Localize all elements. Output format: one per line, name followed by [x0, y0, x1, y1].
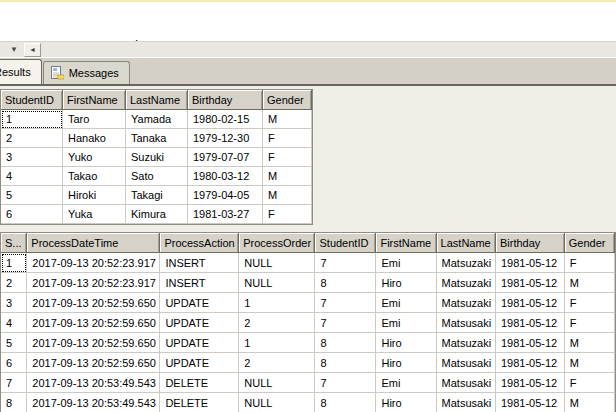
grid-cell[interactable]: INSERT: [160, 253, 239, 273]
grid-cell[interactable]: 2017-09-13 20:53:49.543: [27, 373, 160, 393]
grid-cell[interactable]: Sato: [126, 167, 188, 186]
grid-cell[interactable]: DELETE: [160, 373, 239, 393]
grid-cell[interactable]: 1981-03-27: [188, 205, 263, 224]
grid-cell[interactable]: 2017-09-13 20:52:59.650: [27, 353, 160, 373]
grid-cell[interactable]: 1981-05-12: [496, 253, 565, 273]
grid-cell[interactable]: 4: [1, 167, 63, 186]
grid-cell[interactable]: 8: [1, 393, 27, 412]
grid-cell[interactable]: 1981-05-12: [496, 353, 565, 373]
grid-cell[interactable]: Taro: [63, 110, 126, 129]
grid-cell[interactable]: NULL: [239, 253, 315, 273]
grid-cell[interactable]: Hiroki: [63, 186, 126, 205]
grid-cell[interactable]: M: [263, 186, 312, 205]
grid-cell[interactable]: 7: [315, 253, 376, 273]
column-header[interactable]: ProcessAction: [160, 233, 239, 253]
grid-cell[interactable]: 1979-12-30: [188, 129, 263, 148]
grid-cell[interactable]: Matsusaki: [437, 313, 496, 333]
grid-cell[interactable]: Hiro: [376, 333, 436, 353]
grid-cell[interactable]: 1979-07-07: [188, 148, 263, 167]
editor-hscrollbar[interactable]: ▼ ◄: [0, 41, 616, 57]
grid-cell[interactable]: 1: [1, 253, 27, 273]
column-header[interactable]: FirstName: [63, 90, 126, 110]
column-header[interactable]: Gender: [263, 90, 312, 110]
grid-cell[interactable]: Matsusaki: [437, 393, 496, 412]
grid-cell[interactable]: Yamada: [126, 110, 188, 129]
grid-cell[interactable]: 2: [239, 313, 315, 333]
grid-cell[interactable]: 2: [1, 129, 63, 148]
grid-cell[interactable]: 3: [1, 293, 27, 313]
grid-cell[interactable]: UPDATE: [160, 353, 239, 373]
grid-cell[interactable]: M: [565, 273, 615, 293]
grid-cell[interactable]: F: [263, 205, 312, 224]
grid-cell[interactable]: 1: [239, 293, 315, 313]
column-header[interactable]: FirstName: [376, 233, 436, 253]
grid-cell[interactable]: Emi: [376, 313, 436, 333]
grid-cell[interactable]: 2017-09-13 20:52:59.650: [27, 293, 160, 313]
grid-cell[interactable]: Matsuzaki: [437, 253, 496, 273]
grid-cell[interactable]: F: [565, 313, 615, 333]
grid-cell[interactable]: Matsuzaki: [437, 333, 496, 353]
grid-cell[interactable]: 1980-03-12: [188, 167, 263, 186]
column-header[interactable]: LastName: [437, 233, 496, 253]
grid-cell[interactable]: 8: [315, 353, 376, 373]
grid-cell[interactable]: 1981-05-12: [496, 393, 565, 412]
grid-cell[interactable]: Matsuzaki: [437, 293, 496, 313]
grid-cell[interactable]: Hiro: [376, 353, 436, 373]
grid-cell[interactable]: 1980-02-15: [188, 110, 263, 129]
grid-cell[interactable]: 2017-09-13 20:52:23.917: [27, 273, 160, 293]
grid-cell[interactable]: M: [565, 353, 615, 373]
grid-cell[interactable]: Yuka: [63, 205, 126, 224]
grid-cell[interactable]: NULL: [239, 373, 315, 393]
grid-cell[interactable]: 1979-04-05: [188, 186, 263, 205]
column-header[interactable]: StudentID: [1, 90, 63, 110]
grid-cell[interactable]: 5: [1, 186, 63, 205]
grid-cell[interactable]: NULL: [239, 393, 315, 412]
grid-cell[interactable]: 6: [1, 205, 63, 224]
grid-cell[interactable]: M: [565, 393, 615, 412]
column-header[interactable]: ProcessDateTime: [27, 233, 160, 253]
grid-cell[interactable]: 3: [1, 148, 63, 167]
grid-cell[interactable]: DELETE: [160, 393, 239, 412]
grid-cell[interactable]: 1981-05-12: [496, 293, 565, 313]
grid-cell[interactable]: UPDATE: [160, 313, 239, 333]
grid-cell[interactable]: 7: [315, 313, 376, 333]
grid-cell[interactable]: 7: [315, 293, 376, 313]
grid-cell[interactable]: 2: [239, 353, 315, 373]
grid-cell[interactable]: Suzuki: [126, 148, 188, 167]
grid-cell[interactable]: UPDATE: [160, 333, 239, 353]
grid-cell[interactable]: 7: [315, 373, 376, 393]
column-header[interactable]: S...: [1, 233, 27, 253]
grid-cell[interactable]: 8: [315, 393, 376, 412]
grid-cell[interactable]: F: [263, 148, 312, 167]
grid-cell[interactable]: Yuko: [63, 148, 126, 167]
grid-cell[interactable]: 2: [1, 273, 27, 293]
grid-cell[interactable]: INSERT: [160, 273, 239, 293]
column-header[interactable]: ProcessOrder: [239, 233, 315, 253]
tab-messages[interactable]: Messages: [43, 61, 130, 84]
grid-cell[interactable]: Emi: [376, 373, 436, 393]
grid-cell[interactable]: 6: [1, 353, 27, 373]
grid-cell[interactable]: Tanaka: [126, 129, 188, 148]
grid-cell[interactable]: 1981-05-12: [496, 333, 565, 353]
grid-cell[interactable]: F: [565, 373, 615, 393]
grid-cell[interactable]: F: [263, 129, 312, 148]
grid-cell[interactable]: 7: [1, 373, 27, 393]
column-header[interactable]: Birthday: [188, 90, 263, 110]
grid-cell[interactable]: Kimura: [126, 205, 188, 224]
tab-results[interactable]: Results: [0, 59, 42, 84]
grid-cell[interactable]: 4: [1, 313, 27, 333]
grid-cell[interactable]: 5: [1, 333, 27, 353]
grid-cell[interactable]: UPDATE: [160, 293, 239, 313]
scrollbar-dropdown-button[interactable]: ▼: [6, 44, 22, 56]
grid-cell[interactable]: Matsusaki: [437, 353, 496, 373]
grid-cell[interactable]: 1981-05-12: [496, 273, 565, 293]
grid-cell[interactable]: Emi: [376, 253, 436, 273]
scroll-left-button[interactable]: ◄: [24, 43, 41, 57]
grid-cell[interactable]: 1981-05-12: [496, 313, 565, 333]
grid-cell[interactable]: 2017-09-13 20:52:59.650: [27, 333, 160, 353]
grid-cell[interactable]: NULL: [239, 273, 315, 293]
grid-cell[interactable]: 2017-09-13 20:52:59.650: [27, 313, 160, 333]
grid-cell[interactable]: M: [263, 110, 312, 129]
grid-cell[interactable]: Hiro: [376, 393, 436, 412]
grid-cell[interactable]: Takao: [63, 167, 126, 186]
